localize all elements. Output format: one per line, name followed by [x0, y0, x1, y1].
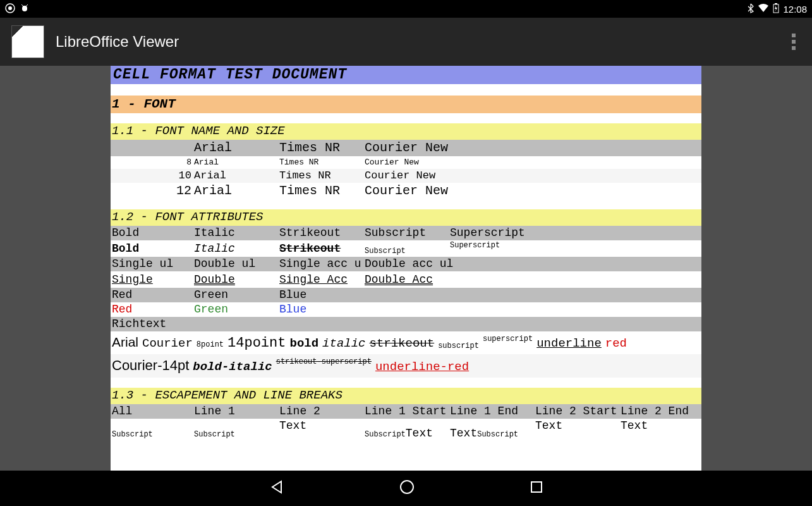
overflow-menu-button[interactable]: [787, 28, 801, 55]
ul-h-single-acc: Single acc u: [278, 257, 363, 271]
attr-v-strike: Strikeout: [278, 240, 363, 257]
android-status-bar: 12:08: [0, 0, 812, 18]
section-1-3-header: 1.3 - ESCAPEMENT AND LINE BREAKS: [111, 388, 701, 404]
wifi-icon: [758, 4, 769, 15]
chrome-icon: [5, 3, 15, 15]
home-button[interactable]: [399, 479, 415, 498]
ul-v-single: Single: [111, 271, 193, 288]
size-10: 10: [111, 169, 193, 183]
cell-8-arial: Arial: [193, 156, 278, 169]
esc-h-l2s: Line 2 Start: [534, 404, 619, 419]
esc-h-l2e: Line 2 End: [619, 404, 701, 419]
section-1-header: 1 - FONT: [111, 96, 701, 113]
attr-v-bold: Bold: [111, 240, 193, 257]
esc-h-l2: Line 2: [278, 404, 363, 419]
esc-h-all: All: [111, 404, 193, 419]
ul-h-double: Double ul: [193, 257, 278, 271]
ul-h-double-acc: Double acc ul: [363, 257, 534, 271]
section-1-1-header: 1.1 - FONT NAME AND SIZE: [111, 123, 701, 140]
status-clock: 12:08: [783, 4, 807, 15]
richtext-header: Richtext: [111, 317, 701, 331]
esc-h-l1: Line 1: [193, 404, 278, 419]
attr-h-bold: Bold: [111, 226, 193, 240]
doc-title: CELL FORMAT TEST DOCUMENT: [111, 66, 701, 84]
esc-h-l1e: Line 1 End: [449, 404, 534, 419]
cell-12-arial: Arial: [193, 183, 278, 199]
esc-v-l2s: Text: [534, 419, 619, 433]
svg-rect-2: [22, 6, 27, 11]
cell-10-courier: Courier New: [363, 169, 449, 183]
document-viewer[interactable]: CELL FORMAT TEST DOCUMENT 1 - FONT 1.1 -…: [0, 66, 812, 471]
cell-10-arial: Arial: [193, 169, 278, 183]
attr-h-sup: Superscript: [449, 226, 534, 240]
size-8: 8: [111, 156, 193, 169]
esc-v-l1: Subscript: [193, 430, 278, 440]
libreoffice-app-icon: [11, 25, 44, 58]
attr-h-strike: Strikeout: [278, 226, 363, 240]
size-12: 12: [111, 183, 193, 199]
app-action-bar: LibreOffice Viewer: [0, 18, 812, 66]
ul-v-single-acc: Single Acc: [278, 271, 363, 288]
battery-charging-icon: [773, 3, 779, 15]
col-h-red: Red: [111, 288, 193, 302]
attr-v-sup: Superscript: [449, 240, 534, 250]
richtext-line-1: Arial Courier 8point 14point bold italic…: [111, 331, 701, 355]
font-col-times: Times NR: [278, 140, 363, 156]
cell-8-times: Times NR: [278, 156, 363, 169]
attr-h-italic: Italic: [193, 226, 278, 240]
esc-v-l2e: Text: [619, 419, 701, 433]
col-h-green: Green: [193, 288, 278, 302]
richtext-line-2: Courier-14pt bold-italic strikeout-super…: [111, 354, 701, 378]
bluetooth-icon: [748, 3, 754, 15]
svg-point-7: [401, 481, 413, 493]
ul-v-double: Double: [193, 271, 278, 288]
font-col-arial: Arial: [193, 140, 278, 156]
esc-v-all: Subscript: [111, 430, 193, 440]
svg-line-3: [21, 4, 23, 6]
app-title: LibreOffice Viewer: [56, 33, 179, 51]
attr-v-sub: Subscript: [363, 247, 449, 257]
svg-line-4: [26, 4, 28, 6]
col-v-blue: Blue: [278, 302, 363, 317]
attr-h-sub: Subscript: [363, 226, 449, 240]
svg-rect-6: [775, 3, 777, 4]
esc-h-l1s: Line 1 Start: [363, 404, 449, 419]
spreadsheet-document: CELL FORMAT TEST DOCUMENT 1 - FONT 1.1 -…: [111, 66, 701, 471]
cell-12-times: Times NR: [278, 183, 363, 199]
col-v-red: Red: [111, 302, 193, 317]
esc-v-l1s: SubscriptText: [363, 426, 449, 441]
font-col-courier: Courier New: [363, 140, 449, 156]
attr-v-italic: Italic: [193, 240, 278, 257]
cell-8-courier: Courier New: [363, 156, 449, 169]
back-button[interactable]: [269, 479, 285, 498]
ul-h-single: Single ul: [111, 257, 193, 271]
android-nav-bar: [0, 471, 812, 506]
ul-v-double-acc: Double Acc: [363, 271, 449, 288]
esc-v-l1e: TextSubscript: [449, 426, 534, 441]
esc-v-l2: Text: [278, 419, 363, 433]
svg-point-1: [8, 6, 12, 10]
svg-rect-8: [531, 482, 542, 492]
col-h-blue: Blue: [278, 288, 363, 302]
android-debug-icon: [20, 3, 29, 15]
section-1-2-header: 1.2 - FONT ATTRIBUTES: [111, 209, 701, 226]
recents-button[interactable]: [529, 479, 544, 497]
cell-12-courier: Courier New: [363, 183, 449, 199]
col-v-green: Green: [193, 302, 278, 317]
cell-10-times: Times NR: [278, 169, 363, 183]
